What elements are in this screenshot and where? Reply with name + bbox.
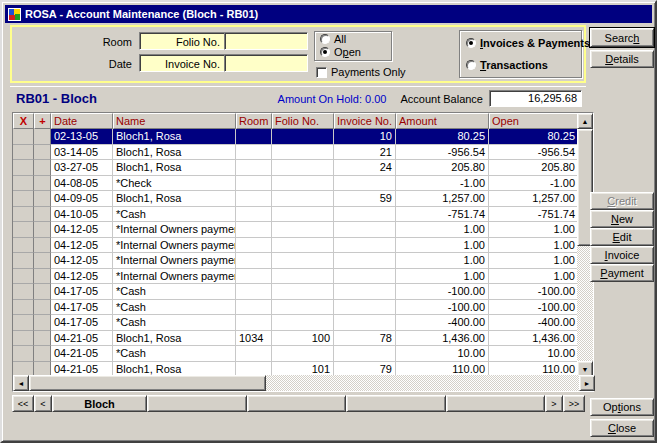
cell-x — [13, 145, 34, 161]
payment-button[interactable]: Payment — [590, 264, 654, 282]
radio-invoices-payments[interactable]: Invoices & Payments — [466, 37, 590, 49]
tab-first-button[interactable]: << — [12, 395, 34, 412]
edit-button[interactable]: Edit — [590, 228, 654, 246]
tab-prev-button[interactable]: < — [34, 395, 52, 412]
payments-only-checkbox[interactable]: Payments Only — [316, 66, 406, 78]
account-title: RB01 - Bloch — [16, 91, 97, 106]
cell-room — [236, 191, 272, 207]
folio-input[interactable] — [224, 32, 308, 50]
cell-room — [236, 160, 272, 176]
cell-folio — [272, 346, 334, 362]
cell-name: Bloch1, Rosa — [113, 129, 236, 145]
tab-next-button[interactable]: > — [545, 395, 563, 412]
cell-x — [13, 346, 34, 362]
radio-transactions[interactable]: Transactions — [466, 59, 548, 71]
cell-room — [236, 284, 272, 300]
table-row[interactable]: 04-17-05*Cash-400.00-400.00 — [13, 315, 593, 331]
table-row[interactable]: 04-17-05*Cash-100.00-100.00 — [13, 284, 593, 300]
radio-open[interactable]: Open — [320, 46, 361, 58]
table-row[interactable]: 04-12-05*Internal Owners payment code1.0… — [13, 238, 593, 254]
table-row[interactable]: 04-08-05*Check-1.00-1.00 — [13, 176, 593, 192]
invoice-no-label: Invoice No. — [140, 58, 220, 70]
options-button[interactable]: Options — [590, 398, 654, 416]
table-row[interactable]: 04-12-05*Internal Owners payment code1.0… — [13, 269, 593, 285]
column-header-plus[interactable]: + — [34, 113, 51, 129]
column-header-open[interactable]: Open — [489, 113, 579, 129]
search-button[interactable]: Search — [590, 28, 654, 47]
search-button-label: Search — [605, 32, 640, 44]
title-bar[interactable]: ROSA - Account Maintenance (Bloch - RB01… — [5, 5, 652, 23]
window-title: ROSA - Account Maintenance (Bloch - RB01… — [25, 8, 258, 20]
close-button[interactable]: Close — [590, 419, 654, 437]
account-header: RB01 - Bloch Amount On Hold: 0.00 Accoun… — [10, 86, 586, 110]
column-header-name[interactable]: Name — [113, 113, 236, 129]
cell-open: -100.00 — [489, 300, 579, 316]
cell-x — [13, 129, 34, 145]
cell-date: 04-12-05 — [51, 238, 113, 254]
cell-x — [13, 269, 34, 285]
cell-name: Bloch1, Rosa — [113, 160, 236, 176]
cell-room — [236, 129, 272, 145]
table-row[interactable]: 04-12-05*Internal Owners payment code1.0… — [13, 222, 593, 238]
tab-last-button[interactable]: >> — [563, 395, 585, 412]
cell-plus — [34, 346, 51, 362]
radio-all-label: All — [334, 33, 346, 45]
tab-bloch[interactable]: Bloch — [52, 395, 147, 412]
cell-x — [13, 315, 34, 331]
cell-open: -751.74 — [489, 207, 579, 223]
scroll-up-button[interactable]: ▲ — [577, 113, 593, 129]
cell-invoice: 10 — [334, 129, 396, 145]
table-row[interactable]: 03-27-05Bloch1, Rosa24205.80205.80 — [13, 160, 593, 176]
column-header-folio[interactable]: Folio No. — [272, 113, 334, 129]
scroll-left-button[interactable]: ◄ — [13, 375, 29, 391]
cell-name: *Cash — [113, 315, 236, 331]
table-row[interactable]: 02-13-05Bloch1, Rosa1080.2580.25 — [13, 129, 593, 145]
cell-plus — [34, 207, 51, 223]
new-button[interactable]: New — [590, 210, 654, 228]
column-header-room[interactable]: Room — [236, 113, 272, 129]
table-row[interactable]: 04-12-05*Internal Owners payment code1.0… — [13, 253, 593, 269]
cell-open: -956.54 — [489, 145, 579, 161]
cell-plus — [34, 269, 51, 285]
cell-name: Bloch1, Rosa — [113, 191, 236, 207]
cell-folio — [272, 207, 334, 223]
cell-name: *Cash — [113, 207, 236, 223]
radio-all[interactable]: All — [320, 33, 346, 45]
cell-x — [13, 207, 34, 223]
table-row[interactable]: 04-17-05*Cash-100.00-100.00 — [13, 300, 593, 316]
column-header-x[interactable]: X — [13, 113, 34, 129]
table-row[interactable]: 04-21-05*Cash10.0010.00 — [13, 346, 593, 362]
table-row[interactable]: 04-10-05*Cash-751.74-751.74 — [13, 207, 593, 223]
table-row[interactable]: 04-09-05Bloch1, Rosa591,257.001,257.00 — [13, 191, 593, 207]
cell-plus — [34, 300, 51, 316]
details-button[interactable]: Details — [590, 50, 654, 68]
cell-invoice — [334, 207, 396, 223]
cell-date: 02-13-05 — [51, 129, 113, 145]
invoice-button[interactable]: Invoice — [590, 246, 654, 264]
cell-plus — [34, 253, 51, 269]
column-header-amount[interactable]: Amount — [396, 113, 489, 129]
amount-on-hold: Amount On Hold: 0.00 — [278, 93, 387, 105]
cell-amount: 1.00 — [396, 269, 489, 285]
account-tab-bar: << < Bloch > >> — [12, 395, 585, 412]
scroll-right-button[interactable]: ► — [579, 375, 595, 391]
account-balance-label: Account Balance — [400, 93, 483, 105]
column-header-date[interactable]: Date — [51, 113, 113, 129]
cell-date: 04-21-05 — [51, 331, 113, 347]
cell-invoice — [334, 222, 396, 238]
cell-invoice — [334, 238, 396, 254]
cell-open: 10.00 — [489, 346, 579, 362]
table-row[interactable]: 03-14-05Bloch1, Rosa21-956.54-956.54 — [13, 145, 593, 161]
payments-only-label: Payments Only — [331, 66, 406, 78]
horizontal-scroll-thumb[interactable] — [29, 375, 266, 391]
cell-plus — [34, 238, 51, 254]
close-button-label: Close — [608, 422, 636, 434]
invoice-no-input[interactable] — [224, 54, 308, 72]
cell-folio — [272, 129, 334, 145]
cell-plus — [34, 160, 51, 176]
cell-invoice — [334, 315, 396, 331]
column-header-invoice[interactable]: Invoice No. — [334, 113, 396, 129]
radio-invoices-payments-label: Invoices & Payments — [480, 37, 590, 49]
cell-invoice — [334, 269, 396, 285]
table-row[interactable]: 04-21-05Bloch1, Rosa1034100781,436.001,4… — [13, 331, 593, 347]
